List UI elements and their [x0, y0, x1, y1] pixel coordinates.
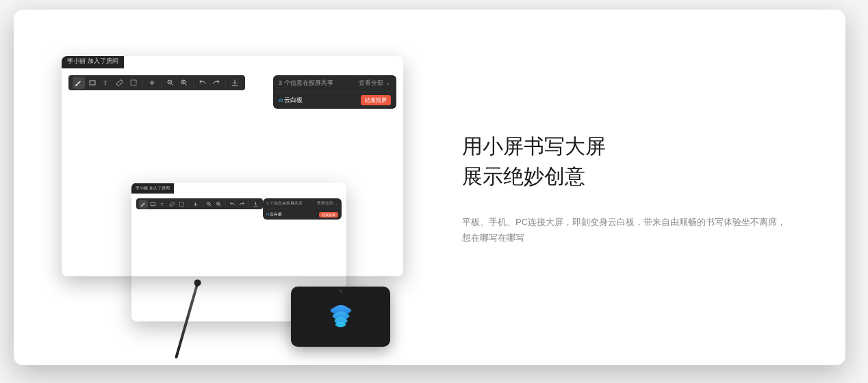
copy-block: 用小屏书写大屏 展示绝妙创意 平板、手机、PC连接大屏，即刻变身云白板，带来自由… [462, 131, 791, 246]
svg-text:T: T [104, 80, 107, 86]
end-casting-button[interactable]: 结束投屏 [361, 95, 391, 105]
svg-text:T: T [161, 202, 164, 206]
end-casting-button[interactable]: 结束投屏 [319, 212, 338, 217]
redo-tool[interactable] [210, 77, 222, 89]
toolbar-separator [225, 200, 226, 207]
rect-tool[interactable] [86, 77, 99, 89]
svg-rect-0 [90, 81, 95, 85]
eraser-tool[interactable] [114, 77, 126, 89]
svg-rect-7 [180, 202, 184, 206]
select-tool[interactable] [127, 77, 140, 89]
share-panel: 3 个信息在投屏共享 查看全部 ⌄ 云白板 结束投屏 [273, 75, 396, 109]
download-tool[interactable] [229, 77, 241, 89]
plus-tool[interactable] [146, 77, 158, 89]
headline: 用小屏书写大屏 展示绝妙创意 [462, 131, 791, 191]
feature-card: T 3 个信息在投屏共享 查看全部 ⌄ 云白板 结束投屏 THE WORKOS … [14, 10, 845, 365]
toolbar-separator [188, 200, 189, 207]
text-tool[interactable]: T [100, 77, 112, 89]
share-panel: 3 个信息在投屏共享 查看全部 ⌄ 云白板 结束投屏 [263, 198, 342, 220]
zoom-out-tool[interactable] [205, 200, 214, 209]
zoom-in-tool[interactable] [178, 77, 190, 89]
share-status: 3 个信息在投屏共享 [279, 79, 333, 88]
plus-tool[interactable] [191, 200, 200, 209]
toolbar-separator [248, 200, 249, 207]
undo-tool[interactable] [228, 200, 237, 209]
download-tool[interactable] [251, 200, 260, 209]
undo-tool[interactable] [196, 77, 209, 89]
toolbar: T [68, 75, 245, 90]
toolbar-separator [193, 78, 194, 88]
whiteboard-name: 云白板 [279, 96, 303, 105]
toolbar-separator [142, 78, 143, 88]
join-toast: 李小丽 加入了房间 [131, 183, 174, 194]
see-all-button[interactable]: 查看全部 ⌄ [317, 200, 338, 207]
share-status: 3 个信息在投屏共享 [266, 200, 303, 207]
select-tool[interactable] [177, 200, 186, 209]
eraser-tool[interactable] [168, 200, 177, 209]
rect-tool[interactable] [149, 200, 157, 209]
toolbar: T [136, 198, 263, 209]
redo-tool[interactable] [238, 200, 246, 209]
phone-window [291, 287, 390, 347]
see-all-button[interactable]: 查看全部 ⌄ [359, 79, 391, 88]
pen-tool[interactable] [139, 200, 148, 209]
join-toast: 李小丽 加入了房间 [62, 56, 124, 68]
zoom-out-tool[interactable] [164, 77, 177, 89]
toolbar-separator [202, 200, 203, 207]
pen-tool[interactable] [73, 77, 85, 89]
svg-rect-5 [151, 202, 155, 206]
body-text: 平板、手机、PC连接大屏，即刻变身云白板，带来自由顺畅的书写体验坐不离席，想在哪… [462, 214, 791, 246]
text-tool[interactable]: T [158, 200, 167, 209]
svg-rect-2 [131, 80, 136, 85]
toolbar-separator [225, 78, 226, 88]
diamond-stack [332, 302, 350, 330]
toolbar-separator [161, 78, 162, 88]
zoom-in-tool[interactable] [214, 200, 223, 209]
whiteboard-name: 云白板 [266, 211, 282, 217]
